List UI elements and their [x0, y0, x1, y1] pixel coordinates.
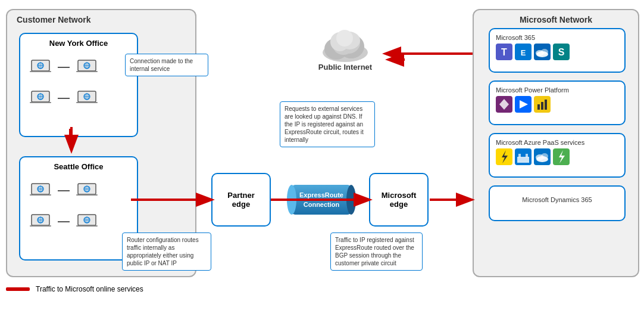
mspower-icons — [496, 96, 618, 113]
connector-line — [58, 67, 70, 68]
svg-point-50 — [346, 185, 356, 215]
callout-bgp: Traffic to IP registered against Express… — [330, 232, 423, 271]
laptop-globe-1 — [29, 57, 52, 78]
svg-rect-48 — [292, 185, 351, 215]
msazure-icons — [496, 148, 618, 165]
exchange-icon: E — [515, 44, 532, 60]
azure-factory-icon — [515, 148, 532, 165]
seattle-office-box: Seattle Office — [19, 156, 138, 261]
svg-rect-19 — [76, 102, 98, 103]
msazure-box: Microsoft Azure PaaS services — [489, 133, 626, 178]
laptop-globe-2 — [76, 57, 98, 78]
laptop-globe-3 — [29, 88, 52, 108]
svg-point-88 — [541, 153, 548, 159]
svg-rect-76 — [537, 104, 540, 110]
ms-network-box: Microsoft Network Microsoft 365 T E — [473, 9, 639, 277]
connector-line-3 — [58, 190, 70, 191]
msdynamics-box: Microsoft Dynamics 365 — [489, 185, 626, 221]
callout-dns: Requests to external services are looked… — [280, 101, 375, 147]
callout-ny: Connection made to the internal service — [125, 54, 208, 76]
svg-rect-84 — [526, 154, 528, 157]
teams-icon: T — [496, 44, 512, 60]
ms365-box: Microsoft 365 T E — [489, 28, 626, 73]
partner-edge-box: Partneredge — [211, 173, 271, 227]
svg-text:T: T — [501, 47, 507, 57]
ny-office-label: New York Office — [49, 39, 108, 48]
onedrive-icon — [534, 44, 551, 60]
svg-rect-7 — [76, 71, 98, 72]
svg-text:S: S — [558, 47, 565, 57]
ms-edge-label: Microsoftedge — [382, 191, 417, 209]
msdynamics-label: Microsoft Dynamics 365 — [496, 196, 618, 203]
powerautomate-icon — [515, 96, 532, 113]
public-internet-label: Public Internet — [310, 63, 381, 72]
seattle-office-label: Seattle Office — [54, 162, 103, 171]
connector-line-4 — [58, 221, 70, 222]
callout-seattle: Router configuration routes traffic inte… — [122, 232, 211, 271]
sharepoint-icon: S — [553, 44, 570, 60]
legend-label: Traffic to Microsoft online services — [36, 285, 143, 293]
ms-network-label: Microsoft Network — [520, 15, 592, 24]
laptop-globe-7 — [29, 211, 52, 232]
ms365-icons: T E S — [496, 44, 618, 60]
svg-rect-25 — [30, 194, 51, 196]
public-internet: Public Internet — [310, 30, 381, 89]
svg-rect-83 — [518, 154, 521, 157]
svg-rect-77 — [541, 102, 543, 110]
svg-rect-31 — [76, 194, 98, 196]
azure-bolt2-icon — [553, 148, 570, 165]
svg-rect-13 — [30, 102, 51, 103]
azure-cloud-icon — [534, 148, 551, 165]
svg-point-60 — [336, 30, 353, 46]
diagram-container: Customer Network New York Office — [0, 0, 644, 298]
laptop-globe-6 — [76, 180, 98, 201]
partner-edge-label: Partneredge — [227, 191, 255, 209]
svg-rect-78 — [545, 100, 547, 110]
azure-bolt-icon — [496, 148, 512, 165]
svg-rect-1 — [30, 71, 51, 72]
svg-text:ExpressRoute: ExpressRoute — [299, 191, 343, 199]
svg-text:Connection: Connection — [304, 201, 340, 208]
connector-line-2 — [58, 98, 70, 99]
legend: Traffic to Microsoft online services — [6, 285, 143, 293]
svg-point-68 — [541, 49, 548, 55]
powerapps-icon — [496, 96, 512, 113]
mspower-label: Microsoft Power Platform — [496, 86, 618, 94]
svg-point-49 — [287, 185, 296, 215]
msazure-label: Microsoft Azure PaaS services — [496, 139, 618, 146]
svg-rect-37 — [30, 225, 51, 227]
ms-edge-box: Microsoftedge — [369, 173, 429, 227]
expressroute-connection: ExpressRoute Connection — [283, 176, 360, 224]
laptop-globe-4 — [76, 88, 98, 108]
customer-network-label: Customer Network — [17, 15, 90, 24]
svg-rect-43 — [76, 225, 98, 227]
ms365-label: Microsoft 365 — [496, 34, 618, 41]
powerbi-icon — [534, 96, 551, 113]
svg-rect-82 — [517, 157, 529, 163]
laptop-globe-8 — [76, 211, 98, 232]
ny-office-box: New York Office — [19, 33, 138, 137]
laptop-globe-5 — [29, 180, 52, 201]
mspower-box: Microsoft Power Platform — [489, 80, 626, 125]
legend-line — [6, 287, 30, 291]
svg-text:E: E — [521, 48, 526, 57]
